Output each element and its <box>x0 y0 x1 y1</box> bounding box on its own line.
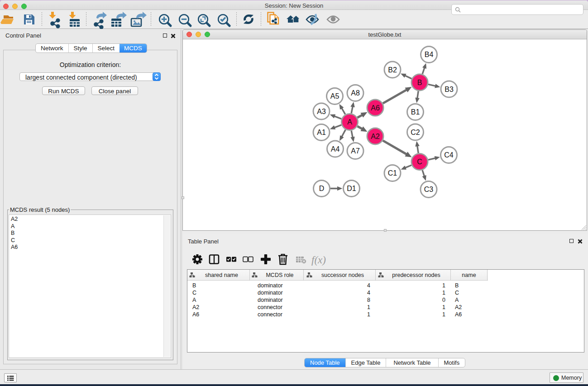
svg-text:C2: C2 <box>411 129 420 136</box>
svg-text:A7: A7 <box>351 147 360 155</box>
svg-text:C1: C1 <box>388 169 397 177</box>
svg-text:C4: C4 <box>444 151 454 159</box>
svg-text:D: D <box>319 185 325 192</box>
svg-text:A2: A2 <box>371 133 380 140</box>
svg-text:A: A <box>347 118 352 126</box>
svg-text:C3: C3 <box>424 186 434 193</box>
svg-text:A5: A5 <box>330 92 339 100</box>
svg-text:A6: A6 <box>371 104 380 112</box>
svg-text:B3: B3 <box>445 86 454 93</box>
svg-text:A3: A3 <box>317 108 326 115</box>
svg-text:A1: A1 <box>317 129 326 136</box>
svg-text:B2: B2 <box>388 66 397 74</box>
svg-text:A4: A4 <box>331 145 340 153</box>
svg-text:B4: B4 <box>425 51 434 58</box>
svg-text:B1: B1 <box>411 108 420 116</box>
svg-text:B: B <box>417 79 422 86</box>
svg-text:f(x): f(x) <box>311 254 326 266</box>
svg-text:A8: A8 <box>351 89 360 97</box>
svg-text:C: C <box>417 158 422 166</box>
svg-text:D1: D1 <box>347 185 356 192</box>
